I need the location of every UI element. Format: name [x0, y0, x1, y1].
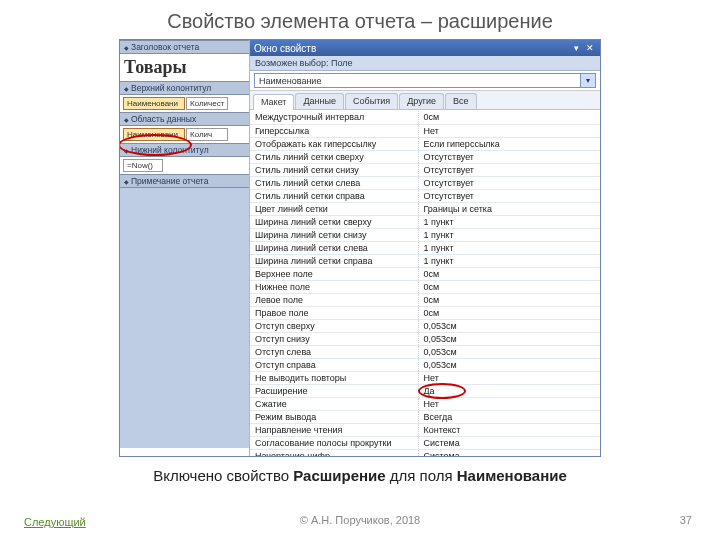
section-report-footer[interactable]: Примечание отчета [120, 174, 249, 188]
property-name: Цвет линий сетки [250, 202, 418, 215]
detail-field-qty[interactable]: Колич [186, 128, 228, 141]
property-name: Гиперссылка [250, 124, 418, 137]
section-page-footer[interactable]: Нижний колонтитул [120, 143, 249, 157]
section-page-header[interactable]: Верхний колонтитул [120, 81, 249, 95]
property-row[interactable]: Междустрочный интервал0см [250, 111, 600, 124]
property-row[interactable]: Стиль линий сетки справаОтсутствует [250, 189, 600, 202]
tab-events[interactable]: События [345, 93, 398, 109]
property-value[interactable]: Нет [418, 124, 600, 137]
property-value[interactable]: 1 пункт [418, 241, 600, 254]
property-value[interactable]: 0,053см [418, 358, 600, 371]
property-value[interactable]: Да [418, 384, 600, 397]
property-name: Ширина линий сетки слева [250, 241, 418, 254]
property-row[interactable]: Отступ снизу0,053см [250, 332, 600, 345]
property-value[interactable]: Нет [418, 397, 600, 410]
detail-field-name[interactable]: Наименовани [123, 128, 185, 141]
property-sheet: Окно свойств ▾ ✕ Возможен выбор: Поле На… [250, 40, 600, 456]
chevron-down-icon[interactable]: ▾ [580, 74, 595, 87]
property-value[interactable]: Отсутствует [418, 150, 600, 163]
property-value[interactable]: Отсутствует [418, 176, 600, 189]
property-value[interactable]: 1 пункт [418, 215, 600, 228]
property-value[interactable]: 0,053см [418, 332, 600, 345]
property-row[interactable]: Начертание цифрСистема [250, 449, 600, 456]
property-value[interactable]: 0,053см [418, 345, 600, 358]
property-row[interactable]: Цвет линий сеткиГраницы и сетка [250, 202, 600, 215]
selection-name-value: Наименование [259, 76, 321, 86]
property-value[interactable]: 0см [418, 267, 600, 280]
property-value[interactable]: Границы и сетка [418, 202, 600, 215]
property-value[interactable]: 0см [418, 280, 600, 293]
property-row[interactable]: Ширина линий сетки слева1 пункт [250, 241, 600, 254]
property-value[interactable]: Всегда [418, 410, 600, 423]
property-row[interactable]: Нижнее поле0см [250, 280, 600, 293]
property-name: Отображать как гиперссылку [250, 137, 418, 150]
tab-all[interactable]: Все [445, 93, 477, 109]
property-row[interactable]: СжатиеНет [250, 397, 600, 410]
property-name: Стиль линий сетки сверху [250, 150, 418, 163]
property-row[interactable]: Отступ справа0,053см [250, 358, 600, 371]
property-row[interactable]: Стиль линий сетки слеваОтсутствует [250, 176, 600, 189]
property-row[interactable]: Стиль линий сетки сверхуОтсутствует [250, 150, 600, 163]
property-row[interactable]: Не выводить повторыНет [250, 371, 600, 384]
property-value[interactable]: 0см [418, 293, 600, 306]
tab-data[interactable]: Данные [295, 93, 344, 109]
property-row[interactable]: Ширина линий сетки сверху1 пункт [250, 215, 600, 228]
property-name: Отступ снизу [250, 332, 418, 345]
footer-now[interactable]: =Now() [123, 159, 163, 172]
property-name: Верхнее поле [250, 267, 418, 280]
property-row[interactable]: Ширина линий сетки справа1 пункт [250, 254, 600, 267]
property-name: Расширение [250, 384, 418, 397]
property-tabs: Макет Данные События Другие Все [250, 91, 600, 110]
property-value[interactable]: Отсутствует [418, 163, 600, 176]
report-title-label[interactable]: Товары [120, 54, 249, 81]
report-design-surface: Заголовок отчета Товары Верхний колонтит… [120, 40, 250, 456]
header-field-qty[interactable]: Количест [186, 97, 228, 110]
dropdown-icon[interactable]: ▾ [570, 42, 582, 54]
tab-other[interactable]: Другие [399, 93, 444, 109]
selection-name-combo[interactable]: Наименование ▾ [254, 73, 596, 88]
slide-caption: Включено свойство Расширение для поля На… [0, 457, 720, 484]
property-name: Нижнее поле [250, 280, 418, 293]
property-row[interactable]: Правое поле0см [250, 306, 600, 319]
property-row[interactable]: Отступ слева0,053см [250, 345, 600, 358]
section-report-header[interactable]: Заголовок отчета [120, 40, 249, 54]
property-name: Режим вывода [250, 410, 418, 423]
property-value[interactable]: Система [418, 449, 600, 456]
property-grid[interactable]: Междустрочный интервал0смГиперссылкаНетО… [250, 110, 600, 456]
property-row[interactable]: РасширениеДа [250, 384, 600, 397]
property-name: Начертание цифр [250, 449, 418, 456]
property-value[interactable]: Если гиперссылка [418, 137, 600, 150]
property-value[interactable]: 1 пункт [418, 254, 600, 267]
property-row[interactable]: Отступ сверху0,053см [250, 319, 600, 332]
property-name: Не выводить повторы [250, 371, 418, 384]
access-designer-window: Заголовок отчета Товары Верхний колонтит… [119, 39, 601, 457]
property-value[interactable]: 1 пункт [418, 228, 600, 241]
property-row[interactable]: Стиль линий сетки снизуОтсутствует [250, 163, 600, 176]
property-row[interactable]: Ширина линий сетки снизу1 пункт [250, 228, 600, 241]
property-row[interactable]: Левое поле0см [250, 293, 600, 306]
property-sheet-titlebar: Окно свойств ▾ ✕ [250, 40, 600, 56]
property-row[interactable]: Отображать как гиперссылкуЕсли гиперссыл… [250, 137, 600, 150]
property-row[interactable]: Режим выводаВсегда [250, 410, 600, 423]
tab-layout[interactable]: Макет [253, 94, 294, 110]
property-value[interactable]: 0см [418, 111, 600, 124]
property-value[interactable]: Нет [418, 371, 600, 384]
property-value[interactable]: 0,053см [418, 319, 600, 332]
property-name: Левое поле [250, 293, 418, 306]
property-row[interactable]: Направление чтенияКонтекст [250, 423, 600, 436]
header-field-name[interactable]: Наименовани [123, 97, 185, 110]
section-detail[interactable]: Область данных [120, 112, 249, 126]
close-icon[interactable]: ✕ [584, 42, 596, 54]
property-name: Ширина линий сетки снизу [250, 228, 418, 241]
page-number: 37 [680, 514, 692, 526]
property-value[interactable]: 0см [418, 306, 600, 319]
property-name: Сжатие [250, 397, 418, 410]
property-row[interactable]: ГиперссылкаНет [250, 124, 600, 137]
property-name: Стиль линий сетки слева [250, 176, 418, 189]
property-row[interactable]: Согласование полосы прокруткиСистема [250, 436, 600, 449]
property-value[interactable]: Система [418, 436, 600, 449]
property-value[interactable]: Контекст [418, 423, 600, 436]
property-row[interactable]: Верхнее поле0см [250, 267, 600, 280]
property-value[interactable]: Отсутствует [418, 189, 600, 202]
property-name: Ширина линий сетки сверху [250, 215, 418, 228]
